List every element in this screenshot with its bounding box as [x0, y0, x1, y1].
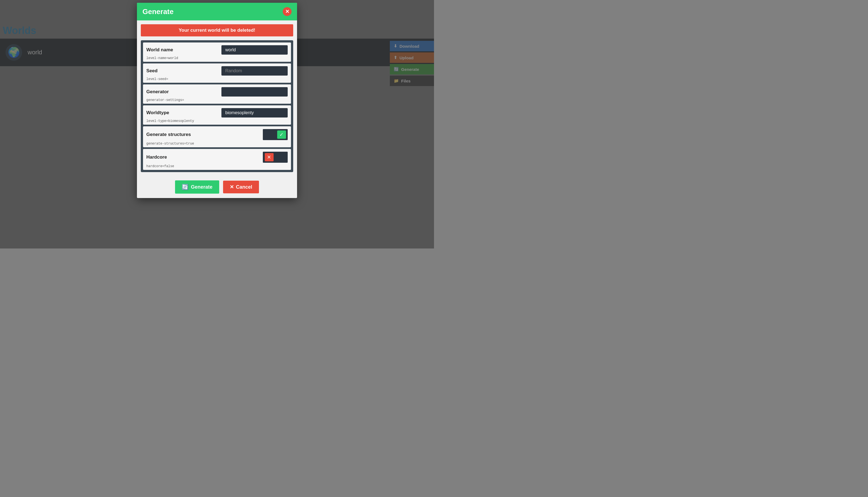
hardcore-hint: hardcore=false: [146, 164, 288, 168]
generator-row: Generator generator-settings=: [143, 84, 291, 104]
worldtype-row: Worldtype level-type=biomesoplenty: [143, 105, 291, 125]
generate-structures-label: Generate structures: [146, 132, 191, 137]
generate-structures-true-btn[interactable]: ✓: [275, 129, 288, 140]
cancel-label: Cancel: [236, 184, 252, 190]
generate-submit-button[interactable]: 🔄 Generate: [175, 180, 219, 194]
seed-label: Seed: [146, 68, 157, 74]
modal-title: Generate: [142, 8, 174, 16]
generate-structures-false-btn[interactable]: [263, 129, 275, 140]
worldtype-input[interactable]: [221, 108, 288, 117]
generate-structures-hint: generate-structures=true: [146, 141, 288, 146]
checkmark-icon: ✓: [277, 130, 286, 139]
worldtype-label: Worldtype: [146, 110, 169, 116]
generate-structures-row: Generate structures ✓ generate-structure…: [143, 126, 291, 147]
generator-hint: generator-settings=: [146, 98, 288, 102]
world-name-hint: level-name=world: [146, 56, 288, 60]
generate-structures-toggle[interactable]: ✓: [263, 129, 288, 140]
cancel-button[interactable]: ✕ Cancel: [223, 181, 259, 193]
world-name-input[interactable]: [221, 45, 288, 55]
x-icon: ✕: [265, 153, 274, 161]
worldtype-hint: level-type=biomesoplenty: [146, 118, 288, 123]
warning-text: Your current world will be deleted!: [179, 28, 255, 33]
form-container: World name level-name=world Seed level-s…: [141, 40, 293, 172]
close-icon: ✕: [285, 9, 289, 15]
warning-banner: Your current world will be deleted!: [141, 24, 293, 37]
cancel-icon: ✕: [230, 184, 234, 190]
hardcore-row: Hardcore ✕ hardcore=false: [143, 149, 291, 170]
hardcore-false-btn[interactable]: ✕: [263, 152, 275, 163]
modal-footer: 🔄 Generate ✕ Cancel: [137, 176, 297, 198]
world-name-label: World name: [146, 47, 173, 53]
modal-close-button[interactable]: ✕: [283, 7, 291, 16]
generate-submit-label: Generate: [191, 184, 212, 190]
generate-modal: Generate ✕ Your current world will be de…: [137, 3, 297, 198]
hardcore-true-btn[interactable]: [275, 152, 288, 163]
generator-label: Generator: [146, 89, 169, 95]
refresh-icon: 🔄: [182, 184, 189, 190]
seed-row: Seed level-seed=: [143, 63, 291, 83]
hardcore-toggle[interactable]: ✕: [263, 152, 288, 163]
hardcore-label: Hardcore: [146, 154, 167, 160]
modal-overlay: Generate ✕ Your current world will be de…: [0, 0, 434, 248]
seed-input[interactable]: [221, 66, 288, 75]
modal-header: Generate ✕: [137, 3, 297, 20]
generator-input[interactable]: [221, 87, 288, 97]
seed-hint: level-seed=: [146, 77, 288, 81]
world-name-row: World name level-name=world: [143, 42, 291, 62]
